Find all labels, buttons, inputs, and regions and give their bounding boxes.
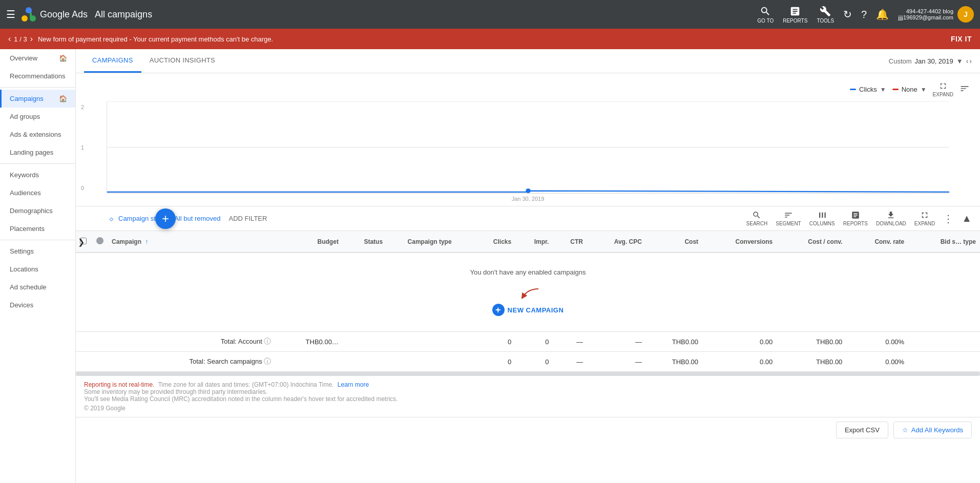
fix-it-button[interactable]: FIX IT: [951, 35, 972, 43]
footer-line-1: Reporting is not real-time. Time zone fo…: [84, 381, 972, 388]
th-avg-cpc[interactable]: Avg. CPC: [587, 231, 646, 253]
toolbar-fab-wrapper: + ⬦ Campaign status: All but removed ADD…: [76, 206, 980, 231]
search-toolbar-btn[interactable]: SEARCH: [746, 211, 768, 226]
th-campaign[interactable]: Campaign ↑: [108, 231, 275, 253]
total-account-help-icon[interactable]: ⓘ: [264, 337, 271, 345]
filter-icon: ⬦: [109, 213, 114, 224]
export-csv-button[interactable]: Export CSV: [836, 422, 888, 438]
total-search-ctr: —: [553, 352, 587, 372]
reports-toolbar-btn[interactable]: REPORTS: [843, 211, 868, 226]
chart-columns-icon[interactable]: [960, 83, 970, 95]
total-account-impr: 0: [515, 332, 553, 352]
clicks-metric[interactable]: Clicks ▼: [850, 86, 886, 93]
help-btn[interactable]: ?: [861, 9, 867, 20]
user-avatar: J: [957, 6, 974, 23]
filter-status-value[interactable]: All but removed: [174, 215, 220, 222]
sidebar-item-overview[interactable]: Overview 🏠: [0, 49, 75, 67]
sidebar-toggle-btn[interactable]: ❯: [74, 233, 76, 250]
segment-toolbar-btn[interactable]: SEGMENT: [776, 211, 801, 226]
alert-message: New form of payment required - Your curr…: [38, 35, 273, 43]
no-campaigns-row: You don't have any enabled campaigns: [76, 253, 980, 281]
notifications-btn[interactable]: 🔔: [876, 8, 889, 20]
date-next-btn[interactable]: ›: [969, 57, 972, 65]
sidebar-divider-1: [0, 87, 75, 88]
none-metric[interactable]: None ▼: [892, 86, 927, 93]
user-menu[interactable]: 494-427-4402 blog jjjj196929@gmail.com J: [898, 6, 974, 23]
chart-svg: [107, 101, 949, 193]
add-filter-btn[interactable]: ADD FILTER: [229, 215, 267, 222]
total-search-cost: THB0.00: [646, 352, 702, 372]
goto-btn[interactable]: GO TO: [757, 6, 774, 24]
th-cost[interactable]: Cost: [646, 231, 702, 253]
footer-line-3: You'll see Media Rating Council (MRC) ac…: [84, 395, 972, 403]
date-range: Custom Jan 30, 2019 ▼ ‹ ›: [889, 57, 972, 65]
sidebar-item-landing-pages[interactable]: Landing pages: [0, 143, 75, 161]
sidebar-label-ad-schedule: Ad schedule: [10, 283, 47, 291]
date-prev-btn[interactable]: ‹: [966, 57, 969, 65]
sidebar-item-ads-extensions[interactable]: Ads & extensions: [0, 125, 75, 143]
refresh-btn[interactable]: ↻: [843, 8, 852, 20]
footer-copyright: © 2019 Google: [84, 405, 972, 412]
sidebar-item-audiences[interactable]: Audiences: [0, 184, 75, 202]
th-conversions[interactable]: Conversions: [702, 231, 777, 253]
sidebar-item-devices[interactable]: Devices: [0, 296, 75, 314]
h-scrollbar[interactable]: [76, 372, 980, 376]
sidebar-label-ads-extensions: Ads & extensions: [10, 131, 61, 138]
total-search-status: [92, 352, 108, 372]
th-conv-rate[interactable]: Conv. rate: [846, 231, 908, 253]
th-clicks[interactable]: Clicks: [472, 231, 515, 253]
tools-nav-btn[interactable]: TOOLS: [817, 6, 834, 24]
learn-more-link[interactable]: Learn more: [338, 381, 369, 388]
sidebar-label-locations: Locations: [10, 265, 38, 273]
columns-toolbar-btn[interactable]: COLUMNS: [809, 211, 835, 226]
sidebar: Overview 🏠 Recommendations Campaigns 🏠 A…: [0, 49, 76, 483]
hamburger-icon[interactable]: ☰: [6, 8, 15, 20]
alert-bar: ‹ 1 / 3 › New form of payment required -…: [0, 29, 980, 49]
campaigns-table-container: Campaign ↑ Budget Status Campaign type C…: [76, 231, 980, 372]
sidebar-label-ad-groups: Ad groups: [10, 113, 40, 120]
sidebar-item-keywords[interactable]: Keywords: [0, 166, 75, 184]
alert-nav: ‹ 1 / 3 ›: [8, 34, 33, 44]
sidebar-item-placements[interactable]: Placements: [0, 220, 75, 238]
sidebar-item-campaigns[interactable]: Campaigns 🏠: [0, 90, 75, 108]
alert-prev-btn[interactable]: ‹: [8, 34, 11, 44]
reports-nav-btn[interactable]: REPORTS: [783, 6, 807, 24]
expand-toolbar-btn[interactable]: EXPAND: [914, 211, 935, 226]
th-ctr[interactable]: CTR: [553, 231, 587, 253]
chart-expand-btn[interactable]: EXPAND: [933, 81, 953, 97]
sidebar-label-demographics: Demographics: [10, 207, 53, 215]
th-impr[interactable]: Impr.: [515, 231, 553, 253]
new-campaign-cell: + NEW CAMPAIGN: [76, 281, 980, 332]
total-account-convrate: 0.00%: [846, 332, 908, 352]
download-toolbar-btn[interactable]: DOWNLOAD: [876, 211, 906, 226]
th-status-col[interactable]: Status: [343, 231, 387, 253]
app-logo: Google Ads: [20, 6, 88, 23]
date-value[interactable]: Jan 30, 2019: [915, 57, 953, 65]
th-bid-type[interactable]: Bid s… type: [908, 231, 980, 253]
sidebar-item-recommendations[interactable]: Recommendations: [0, 67, 75, 85]
alert-next-btn[interactable]: ›: [30, 34, 33, 44]
create-campaign-fab[interactable]: +: [155, 208, 176, 229]
sidebar-item-settings[interactable]: Settings: [0, 242, 75, 260]
th-campaign-type[interactable]: Campaign type: [387, 231, 472, 253]
sidebar-item-ad-groups[interactable]: Ad groups: [0, 108, 75, 125]
svg-rect-3: [26, 10, 32, 12]
total-search-help-icon[interactable]: ⓘ: [264, 357, 271, 365]
total-search-bid: [908, 352, 980, 372]
add-keywords-button[interactable]: ☆ Add All Keywords: [893, 422, 972, 438]
tab-auction-insights[interactable]: AUCTION INSIGHTS: [141, 49, 223, 73]
date-dropdown-icon[interactable]: ▼: [956, 57, 963, 65]
sidebar-item-demographics[interactable]: Demographics: [0, 202, 75, 220]
content-area: CAMPAIGNS AUCTION INSIGHTS Custom Jan 30…: [76, 49, 980, 483]
th-cost-conv[interactable]: Cost / conv.: [777, 231, 846, 253]
total-account-row: Total: Account ⓘ THB0.00… 0 0 — — THB0.0…: [76, 332, 980, 352]
more-toolbar-btn[interactable]: ⋮: [943, 213, 953, 225]
realtime-note: Reporting is not real-time.: [84, 381, 154, 388]
total-account-conv: 0.00: [702, 332, 777, 352]
sidebar-item-locations[interactable]: Locations: [0, 260, 75, 278]
collapse-toolbar-btn[interactable]: ▲: [962, 213, 972, 224]
sidebar-item-ad-schedule[interactable]: Ad schedule: [0, 278, 75, 296]
th-budget[interactable]: Budget: [275, 231, 342, 253]
new-campaign-button[interactable]: + NEW CAMPAIGN: [492, 304, 564, 316]
tab-campaigns[interactable]: CAMPAIGNS: [84, 49, 141, 73]
